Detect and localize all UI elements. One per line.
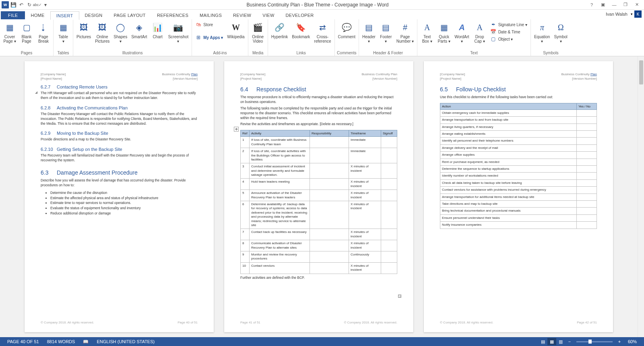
table-cell[interactable] — [577, 187, 597, 194]
page-41[interactable]: [Company Name]Business Continuity Plan [… — [224, 61, 413, 332]
table-cell[interactable]: Rent or purchase equipment, as needed — [440, 159, 577, 165]
restore-icon[interactable]: ❐ — [621, 2, 630, 8]
table-cell[interactable] — [577, 200, 597, 207]
date-time-button[interactable]: 📅Date & Time — [489, 28, 529, 35]
table-cell[interactable]: Arrange transportation for additional it… — [440, 194, 577, 200]
zoom-slider-thumb[interactable] — [588, 340, 592, 344]
table-cell[interactable] — [577, 173, 597, 179]
table-cell[interactable]: Contact vendors — [250, 262, 310, 274]
online-pictures-button[interactable]: 🖼Online Pictures — [93, 20, 111, 44]
chart-button[interactable]: 📊Chart — [150, 20, 166, 40]
table-move-handle[interactable]: ✥ — [234, 127, 239, 132]
text-box-button[interactable]: AText Box ▾ — [419, 20, 435, 44]
tab-insert[interactable]: INSERT — [50, 11, 79, 20]
table-cell[interactable]: If loss of site, coordinate with Busines… — [250, 137, 310, 148]
header-button[interactable]: ▤Header ▾ — [361, 20, 377, 44]
spelling-icon[interactable]: abc✓ — [34, 1, 41, 8]
minimize-icon[interactable]: — — [610, 2, 618, 8]
smartart-button[interactable]: ◈SmartArt — [130, 20, 149, 40]
drop-cap-button[interactable]: ADrop Cap ▾ — [472, 20, 488, 44]
table-cell[interactable]: Check all data being taken to backup sit… — [440, 179, 577, 186]
table-cell[interactable] — [381, 262, 397, 274]
wordart-button[interactable]: AWordArt ▾ — [453, 20, 471, 44]
help-icon[interactable]: ? — [588, 2, 596, 8]
zoom-slider[interactable] — [576, 341, 613, 342]
table-cell[interactable]: Bring technical documentation and proced… — [440, 208, 577, 214]
table-cell[interactable] — [577, 214, 597, 221]
table-cell[interactable] — [381, 240, 397, 251]
table-cell[interactable]: Contact vendors for assistance with prob… — [440, 187, 577, 194]
wikipedia-button[interactable]: WWikipedia — [225, 20, 246, 40]
table-cell[interactable]: Contact back up facilities as necessary — [250, 229, 310, 240]
table-cell[interactable]: If loss of site, coordinate activities w… — [250, 148, 310, 163]
comment-button[interactable]: 💬Comment — [336, 20, 357, 40]
table-cell[interactable]: Arrange delivery and the receipt of mail — [440, 144, 577, 151]
table-cell[interactable] — [310, 179, 349, 190]
table-cell[interactable] — [310, 190, 349, 201]
table-cell[interactable]: 1 — [241, 137, 250, 148]
vertical-scrollbar[interactable] — [638, 56, 644, 337]
table-cell[interactable]: 7 — [241, 229, 250, 240]
quick-parts-button[interactable]: ▦Quick Parts ▾ — [436, 20, 452, 44]
table-cell[interactable] — [577, 117, 597, 124]
response-checklist-table[interactable]: RefActivityResponsibilityTimeframeSignof… — [240, 130, 397, 274]
tab-review[interactable]: REVIEW — [227, 11, 257, 19]
word-icon[interactable]: W — [2, 1, 9, 8]
table-cell[interactable] — [381, 137, 397, 148]
language-indicator[interactable]: ENGLISH (UNITED STATES) — [93, 339, 159, 344]
user-name[interactable]: Ivan Walsh — [604, 12, 629, 16]
cross-reference-button[interactable]: ⇄Cross- reference — [312, 20, 332, 44]
my-apps-button[interactable]: ⊞My Apps ▾ — [194, 34, 225, 41]
table-cell[interactable] — [577, 144, 597, 151]
table-cell[interactable] — [310, 148, 349, 163]
table-cell[interactable] — [577, 166, 597, 173]
table-cell[interactable] — [310, 137, 349, 148]
table-cell[interactable]: Arrange eating establishments — [440, 131, 577, 138]
table-cell[interactable]: 9 — [241, 251, 250, 262]
blank-page-button[interactable]: ▢Blank Page — [19, 20, 35, 44]
table-cell[interactable]: Hold team leaders meeting — [250, 179, 310, 190]
table-cell[interactable]: Arrange office supplies — [440, 152, 577, 159]
hyperlink-button[interactable]: 🔗Hyperlink — [270, 20, 290, 40]
table-cell[interactable]: X minutes of incident — [349, 240, 381, 251]
table-cell[interactable] — [577, 159, 597, 165]
table-cell[interactable]: Notify insurance companies — [440, 222, 577, 229]
table-cell[interactable] — [577, 152, 597, 159]
table-cell[interactable] — [577, 131, 597, 138]
table-cell[interactable]: 5 — [241, 190, 250, 201]
table-cell[interactable] — [381, 251, 397, 262]
tab-file[interactable]: FILE — [1, 11, 25, 19]
table-cell[interactable] — [577, 222, 597, 229]
object-button[interactable]: ▢Object ▾ — [489, 35, 529, 43]
table-cell[interactable]: Determine the sequence to startup applic… — [440, 166, 577, 173]
equation-button[interactable]: πEquation ▾ — [533, 20, 551, 44]
print-layout-icon[interactable]: ▦ — [547, 338, 556, 345]
footer-button[interactable]: ▤Footer ▾ — [378, 20, 394, 44]
web-layout-icon[interactable]: ▥ — [556, 338, 565, 345]
table-cell[interactable]: X minutes of incident — [349, 179, 381, 190]
table-cell[interactable] — [577, 138, 597, 144]
table-cell[interactable]: Identify number of workstations needed — [440, 173, 577, 179]
zoom-in-button[interactable]: + — [615, 338, 624, 345]
screenshot-button[interactable]: 📷Screenshot ▾ — [167, 20, 190, 44]
table-resize-handle[interactable]: ◲ — [398, 295, 401, 298]
table-cell[interactable] — [577, 194, 597, 200]
table-cell[interactable] — [577, 208, 597, 214]
table-cell[interactable] — [310, 229, 349, 240]
proofing-icon[interactable]: 📖 — [79, 339, 93, 344]
table-cell[interactable] — [310, 201, 349, 229]
page-break-button[interactable]: ⭭Page Break — [35, 20, 52, 44]
table-cell[interactable] — [381, 229, 397, 240]
table-cell[interactable]: Monitor and review the recovery procedur… — [250, 251, 310, 262]
ribbon-options-icon[interactable]: ▣ — [599, 2, 607, 8]
pictures-button[interactable]: 🖼Pictures — [75, 20, 93, 40]
table-cell[interactable]: X minutes of incident — [349, 201, 381, 229]
store-button[interactable]: 🛍Store — [194, 21, 225, 28]
table-cell[interactable]: 8 — [241, 240, 250, 251]
customize-qat-icon[interactable]: ▾ — [42, 1, 49, 8]
shapes-button[interactable]: ◯Shapes ▾ — [112, 20, 129, 44]
table-cell[interactable] — [577, 124, 597, 130]
table-cell[interactable]: Identify all personnel and their telepho… — [440, 138, 577, 144]
table-cell[interactable]: Obtain emergency cash for immediate supp… — [440, 109, 577, 116]
table-cell[interactable] — [310, 163, 349, 179]
